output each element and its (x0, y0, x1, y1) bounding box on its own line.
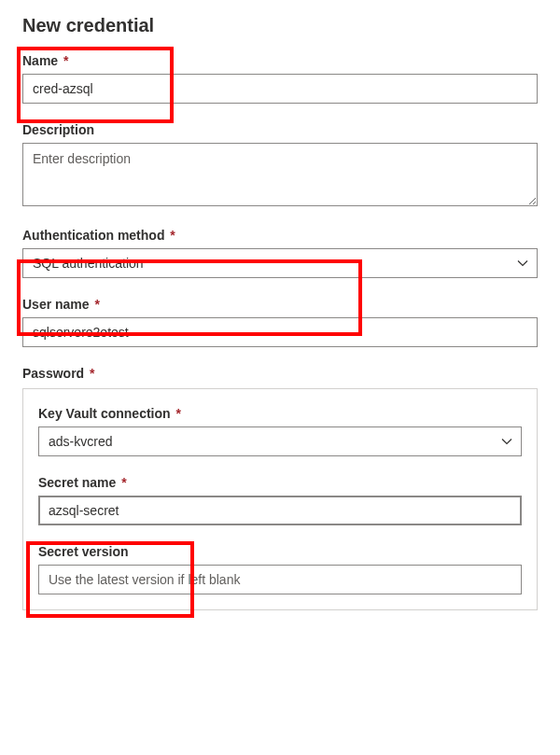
required-indicator: * (60, 53, 68, 68)
kv-connection-select[interactable]: ads-kvcred (38, 426, 522, 456)
auth-method-field: Authentication method * SQL authenticati… (22, 228, 538, 278)
secret-name-label: Secret name * (38, 475, 522, 490)
secret-name-field: Secret name * (38, 475, 522, 525)
description-field: Description (22, 122, 538, 209)
chevron-down-icon (516, 257, 529, 270)
required-indicator: * (86, 366, 94, 381)
secret-version-label: Secret version (38, 544, 522, 559)
kv-connection-label: Key Vault connection * (38, 406, 522, 421)
secret-version-input[interactable] (38, 565, 522, 594)
username-input[interactable] (22, 317, 538, 347)
username-field: User name * (22, 297, 538, 347)
auth-method-value: SQL authentication (33, 256, 144, 271)
description-label: Description (22, 122, 538, 137)
name-input[interactable] (22, 74, 538, 104)
secret-name-input[interactable] (38, 496, 522, 525)
kv-connection-field: Key Vault connection * ads-kvcred (38, 406, 522, 456)
password-field: Password * (22, 366, 538, 381)
username-label: User name * (22, 297, 538, 312)
description-input[interactable] (22, 143, 538, 206)
required-indicator: * (173, 406, 181, 421)
auth-method-select[interactable]: SQL authentication (22, 248, 538, 278)
password-label: Password * (22, 366, 538, 381)
page-title: New credential (22, 15, 538, 36)
auth-method-label: Authentication method * (22, 228, 538, 243)
password-panel: Key Vault connection * ads-kvcred Secret… (22, 388, 538, 610)
chevron-down-icon (500, 435, 513, 448)
kv-connection-value: ads-kvcred (49, 434, 112, 449)
name-field: Name * (22, 53, 538, 104)
required-indicator: * (166, 228, 175, 243)
required-indicator: * (118, 475, 126, 490)
name-label: Name * (22, 53, 538, 68)
secret-version-field: Secret version (38, 544, 522, 594)
required-indicator: * (91, 297, 100, 312)
